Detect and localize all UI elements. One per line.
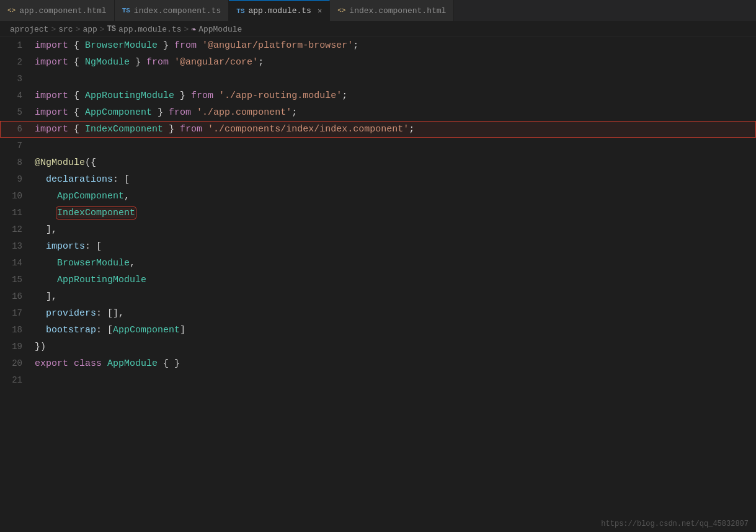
line-content: [32, 138, 40, 154]
breadcrumb-file[interactable]: app.module.ts: [118, 25, 181, 34]
line-number: 16: [0, 288, 32, 304]
token-plain: }: [158, 40, 174, 51]
editor-line: 2import { NgModule } from '@angular/core…: [0, 54, 756, 71]
token-kw: from: [146, 57, 169, 68]
token-cls: AppComponent: [85, 107, 152, 118]
breadcrumb-aproject[interactable]: aproject: [10, 25, 48, 34]
tab-label: app.component.html: [19, 6, 106, 16]
token-plain: }: [163, 124, 180, 135]
token-cls: AppComponent: [57, 191, 124, 202]
line-number: 13: [0, 238, 32, 254]
editor-line: 14 BrowserModule,: [0, 255, 756, 272]
token-plain: }: [174, 91, 191, 101]
token-cls: IndexComponent: [85, 124, 163, 135]
token-kw: import: [35, 40, 68, 51]
token-plain: [213, 91, 219, 101]
breadcrumb-src[interactable]: src: [58, 25, 73, 34]
tab-label: app.module.ts: [248, 6, 311, 16]
token-plain: }: [152, 107, 169, 118]
tab-app-module-ts[interactable]: TS app.module.ts ✕: [229, 0, 330, 21]
line-number: 7: [0, 138, 32, 154]
token-plain: [202, 124, 208, 135]
tab-bar: <> app.component.html TS index.component…: [0, 0, 756, 22]
token-kw: from: [169, 107, 191, 118]
token-plain: [35, 174, 46, 185]
tab-index-component-ts[interactable]: TS index.component.ts: [115, 0, 229, 21]
token-plain: ,: [130, 258, 135, 268]
line-number: 19: [0, 339, 32, 355]
token-plain: ;: [291, 107, 297, 118]
editor-line: 21: [0, 372, 756, 389]
line-content: ],: [32, 222, 57, 238]
line-number: 18: [0, 322, 32, 338]
token-plain: ;: [353, 40, 358, 51]
token-plain: ]: [180, 325, 185, 335]
line-content: @NgModule({: [32, 155, 96, 171]
token-plain: ],: [46, 224, 57, 235]
editor-line: 11 IndexComponent: [0, 205, 756, 221]
close-icon[interactable]: ✕: [318, 6, 322, 16]
editor-line: 4import { AppRoutingModule } from './app…: [0, 87, 756, 104]
editor-line: 18 bootstrap: [AppComponent]: [0, 322, 756, 339]
line-number: 17: [0, 305, 32, 321]
line-content: IndexComponent: [32, 205, 135, 221]
token-str: '@angular/platform-browser': [202, 40, 353, 51]
breadcrumb-module: AppModule: [198, 25, 242, 34]
line-content: import { AppComponent } from './app.comp…: [32, 105, 297, 121]
token-plain: ],: [46, 291, 57, 302]
token-kw: from: [174, 40, 197, 51]
line-content: BrowserModule,: [32, 255, 135, 272]
token-str: './components/index/index.component': [208, 124, 409, 135]
editor-line: 12 ],: [0, 221, 756, 238]
ts-badge: TS: [122, 7, 130, 14]
editor-line: 10 AppComponent,: [0, 188, 756, 205]
line-content: export class AppModule { }: [32, 356, 180, 372]
line-number: 4: [0, 87, 32, 104]
token-cls: NgModule: [85, 57, 130, 68]
token-cls: AppRoutingModule: [57, 275, 146, 285]
line-content: bootstrap: [AppComponent]: [32, 322, 185, 339]
ts-badge: TS: [236, 7, 244, 15]
line-number: 5: [0, 104, 32, 120]
token-plain: [35, 191, 57, 202]
token-plain: {: [68, 91, 85, 101]
token-plain: ;: [258, 57, 264, 68]
token-prop: imports: [46, 241, 85, 252]
editor-line: 16 ],: [0, 288, 756, 305]
line-content: [32, 71, 40, 87]
token-plain: : [],: [96, 308, 124, 319]
editor-line: 6import { IndexComponent } from './compo…: [0, 121, 756, 138]
token-kw: import: [35, 107, 68, 118]
token-plain: { }: [158, 358, 180, 369]
token-prop: providers: [46, 308, 96, 319]
token-cls: AppComponent: [113, 325, 180, 335]
breadcrumb-app[interactable]: app: [82, 25, 97, 34]
watermark: https://blog.csdn.net/qq_45832807: [601, 520, 749, 528]
editor-line: 19}): [0, 339, 756, 355]
line-content: providers: [],: [32, 306, 124, 322]
token-plain: [35, 308, 46, 319]
line-content: [32, 373, 40, 389]
editor-line: 3: [0, 71, 756, 87]
editor-line: 9 declarations: [: [0, 171, 756, 188]
editor-line: 7: [0, 138, 756, 154]
editor-line: 13 imports: [: [0, 238, 756, 255]
line-number: 14: [0, 255, 32, 271]
token-prop: bootstrap: [46, 325, 96, 335]
token-plain: [35, 275, 57, 285]
token-kw: import: [35, 124, 68, 135]
token-kw: import: [35, 91, 68, 101]
tab-app-component-html[interactable]: <> app.component.html: [0, 0, 115, 21]
line-number: 8: [0, 154, 32, 171]
token-plain: [35, 258, 57, 268]
module-icon: ❧: [191, 24, 196, 34]
token-plain: {: [68, 107, 85, 118]
html-badge: <>: [7, 7, 16, 14]
line-content: imports: [: [32, 239, 102, 255]
line-number: 1: [0, 37, 32, 53]
breadcrumb: aproject > src > app > TS app.module.ts …: [0, 22, 756, 37]
line-content: import { NgModule } from '@angular/core'…: [32, 55, 264, 71]
token-str: './app.component': [197, 107, 291, 118]
tab-index-component-html[interactable]: <> index.component.html: [330, 0, 454, 21]
token-plain: {: [68, 57, 85, 68]
